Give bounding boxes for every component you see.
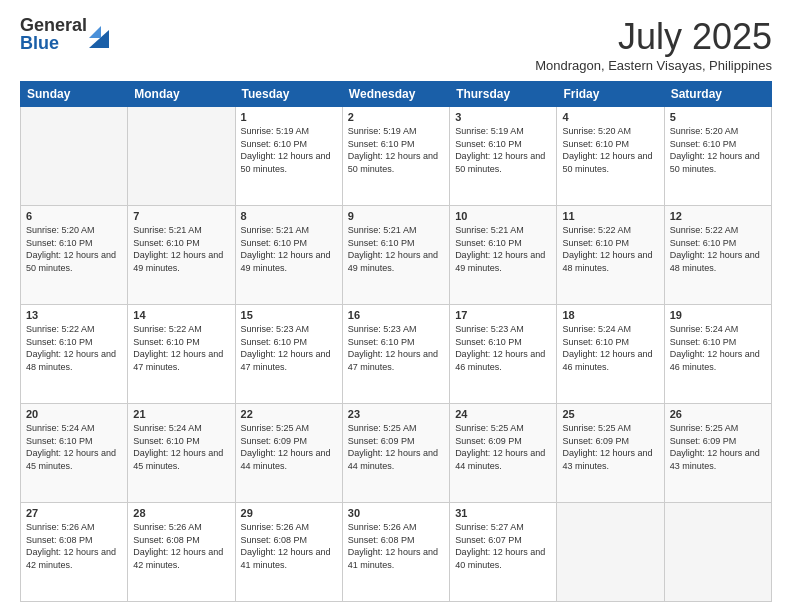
logo-general: General (20, 16, 87, 34)
page: General Blue July 2025 Mondragon, Easter… (0, 0, 792, 612)
day-number: 13 (26, 309, 122, 321)
day-number: 7 (133, 210, 229, 222)
calendar-cell: 10Sunrise: 5:21 AM Sunset: 6:10 PM Dayli… (450, 206, 557, 305)
day-info: Sunrise: 5:20 AM Sunset: 6:10 PM Dayligh… (670, 125, 766, 175)
calendar-table: SundayMondayTuesdayWednesdayThursdayFrid… (20, 81, 772, 602)
day-info: Sunrise: 5:19 AM Sunset: 6:10 PM Dayligh… (455, 125, 551, 175)
calendar-cell (664, 503, 771, 602)
weekday-header: Saturday (664, 82, 771, 107)
calendar-cell: 24Sunrise: 5:25 AM Sunset: 6:09 PM Dayli… (450, 404, 557, 503)
calendar-cell: 26Sunrise: 5:25 AM Sunset: 6:09 PM Dayli… (664, 404, 771, 503)
weekday-header: Sunday (21, 82, 128, 107)
weekday-header: Monday (128, 82, 235, 107)
logo: General Blue (20, 16, 109, 52)
day-number: 16 (348, 309, 444, 321)
day-info: Sunrise: 5:24 AM Sunset: 6:10 PM Dayligh… (562, 323, 658, 373)
calendar-week-row: 6Sunrise: 5:20 AM Sunset: 6:10 PM Daylig… (21, 206, 772, 305)
calendar-cell: 1Sunrise: 5:19 AM Sunset: 6:10 PM Daylig… (235, 107, 342, 206)
day-info: Sunrise: 5:26 AM Sunset: 6:08 PM Dayligh… (241, 521, 337, 571)
day-number: 18 (562, 309, 658, 321)
day-number: 8 (241, 210, 337, 222)
day-info: Sunrise: 5:26 AM Sunset: 6:08 PM Dayligh… (133, 521, 229, 571)
calendar-cell: 30Sunrise: 5:26 AM Sunset: 6:08 PM Dayli… (342, 503, 449, 602)
calendar-cell: 9Sunrise: 5:21 AM Sunset: 6:10 PM Daylig… (342, 206, 449, 305)
day-number: 28 (133, 507, 229, 519)
calendar-cell: 18Sunrise: 5:24 AM Sunset: 6:10 PM Dayli… (557, 305, 664, 404)
day-number: 23 (348, 408, 444, 420)
calendar-cell: 3Sunrise: 5:19 AM Sunset: 6:10 PM Daylig… (450, 107, 557, 206)
day-number: 30 (348, 507, 444, 519)
location: Mondragon, Eastern Visayas, Philippines (535, 58, 772, 73)
calendar-cell: 21Sunrise: 5:24 AM Sunset: 6:10 PM Dayli… (128, 404, 235, 503)
calendar-cell: 16Sunrise: 5:23 AM Sunset: 6:10 PM Dayli… (342, 305, 449, 404)
day-info: Sunrise: 5:26 AM Sunset: 6:08 PM Dayligh… (348, 521, 444, 571)
weekday-header: Thursday (450, 82, 557, 107)
calendar-cell: 31Sunrise: 5:27 AM Sunset: 6:07 PM Dayli… (450, 503, 557, 602)
weekday-header: Tuesday (235, 82, 342, 107)
day-number: 1 (241, 111, 337, 123)
calendar-cell: 19Sunrise: 5:24 AM Sunset: 6:10 PM Dayli… (664, 305, 771, 404)
day-number: 12 (670, 210, 766, 222)
day-number: 14 (133, 309, 229, 321)
day-info: Sunrise: 5:24 AM Sunset: 6:10 PM Dayligh… (670, 323, 766, 373)
day-number: 25 (562, 408, 658, 420)
calendar-cell: 12Sunrise: 5:22 AM Sunset: 6:10 PM Dayli… (664, 206, 771, 305)
month-title: July 2025 (535, 16, 772, 58)
calendar-cell (557, 503, 664, 602)
day-info: Sunrise: 5:23 AM Sunset: 6:10 PM Dayligh… (455, 323, 551, 373)
day-info: Sunrise: 5:25 AM Sunset: 6:09 PM Dayligh… (455, 422, 551, 472)
day-info: Sunrise: 5:21 AM Sunset: 6:10 PM Dayligh… (241, 224, 337, 274)
day-number: 22 (241, 408, 337, 420)
calendar-cell: 6Sunrise: 5:20 AM Sunset: 6:10 PM Daylig… (21, 206, 128, 305)
day-info: Sunrise: 5:22 AM Sunset: 6:10 PM Dayligh… (562, 224, 658, 274)
calendar-header-row: SundayMondayTuesdayWednesdayThursdayFrid… (21, 82, 772, 107)
day-info: Sunrise: 5:20 AM Sunset: 6:10 PM Dayligh… (26, 224, 122, 274)
day-info: Sunrise: 5:26 AM Sunset: 6:08 PM Dayligh… (26, 521, 122, 571)
day-number: 5 (670, 111, 766, 123)
calendar-cell: 11Sunrise: 5:22 AM Sunset: 6:10 PM Dayli… (557, 206, 664, 305)
day-number: 21 (133, 408, 229, 420)
calendar-cell: 14Sunrise: 5:22 AM Sunset: 6:10 PM Dayli… (128, 305, 235, 404)
logo-blue: Blue (20, 34, 87, 52)
weekday-header: Wednesday (342, 82, 449, 107)
calendar-cell: 25Sunrise: 5:25 AM Sunset: 6:09 PM Dayli… (557, 404, 664, 503)
day-number: 24 (455, 408, 551, 420)
day-info: Sunrise: 5:24 AM Sunset: 6:10 PM Dayligh… (133, 422, 229, 472)
calendar-cell: 15Sunrise: 5:23 AM Sunset: 6:10 PM Dayli… (235, 305, 342, 404)
calendar-cell: 17Sunrise: 5:23 AM Sunset: 6:10 PM Dayli… (450, 305, 557, 404)
day-info: Sunrise: 5:27 AM Sunset: 6:07 PM Dayligh… (455, 521, 551, 571)
calendar-week-row: 1Sunrise: 5:19 AM Sunset: 6:10 PM Daylig… (21, 107, 772, 206)
day-number: 31 (455, 507, 551, 519)
day-number: 6 (26, 210, 122, 222)
calendar-cell: 22Sunrise: 5:25 AM Sunset: 6:09 PM Dayli… (235, 404, 342, 503)
logo-icon (89, 20, 109, 48)
day-info: Sunrise: 5:23 AM Sunset: 6:10 PM Dayligh… (241, 323, 337, 373)
day-info: Sunrise: 5:22 AM Sunset: 6:10 PM Dayligh… (670, 224, 766, 274)
day-info: Sunrise: 5:20 AM Sunset: 6:10 PM Dayligh… (562, 125, 658, 175)
calendar-week-row: 13Sunrise: 5:22 AM Sunset: 6:10 PM Dayli… (21, 305, 772, 404)
calendar-cell: 13Sunrise: 5:22 AM Sunset: 6:10 PM Dayli… (21, 305, 128, 404)
title-block: July 2025 Mondragon, Eastern Visayas, Ph… (535, 16, 772, 73)
day-number: 4 (562, 111, 658, 123)
day-info: Sunrise: 5:21 AM Sunset: 6:10 PM Dayligh… (348, 224, 444, 274)
day-number: 27 (26, 507, 122, 519)
day-info: Sunrise: 5:25 AM Sunset: 6:09 PM Dayligh… (670, 422, 766, 472)
day-number: 17 (455, 309, 551, 321)
calendar-cell: 23Sunrise: 5:25 AM Sunset: 6:09 PM Dayli… (342, 404, 449, 503)
calendar-week-row: 27Sunrise: 5:26 AM Sunset: 6:08 PM Dayli… (21, 503, 772, 602)
calendar-cell: 28Sunrise: 5:26 AM Sunset: 6:08 PM Dayli… (128, 503, 235, 602)
day-info: Sunrise: 5:21 AM Sunset: 6:10 PM Dayligh… (455, 224, 551, 274)
day-number: 3 (455, 111, 551, 123)
day-info: Sunrise: 5:24 AM Sunset: 6:10 PM Dayligh… (26, 422, 122, 472)
day-number: 20 (26, 408, 122, 420)
day-info: Sunrise: 5:22 AM Sunset: 6:10 PM Dayligh… (26, 323, 122, 373)
day-info: Sunrise: 5:25 AM Sunset: 6:09 PM Dayligh… (241, 422, 337, 472)
day-number: 19 (670, 309, 766, 321)
weekday-header: Friday (557, 82, 664, 107)
calendar-cell: 4Sunrise: 5:20 AM Sunset: 6:10 PM Daylig… (557, 107, 664, 206)
day-number: 9 (348, 210, 444, 222)
day-number: 10 (455, 210, 551, 222)
day-number: 29 (241, 507, 337, 519)
day-info: Sunrise: 5:22 AM Sunset: 6:10 PM Dayligh… (133, 323, 229, 373)
day-number: 11 (562, 210, 658, 222)
